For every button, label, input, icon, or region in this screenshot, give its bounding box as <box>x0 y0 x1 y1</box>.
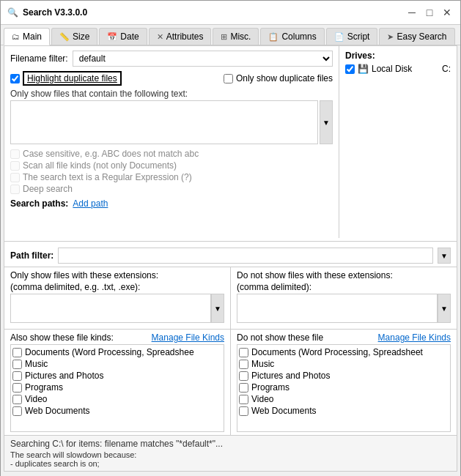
text-search-dropdown[interactable]: ▼ <box>320 100 333 144</box>
include-ext-input[interactable] <box>10 294 211 323</box>
path-filter-dropdown[interactable]: ▼ <box>438 248 451 264</box>
fk-video-left-checkbox[interactable] <box>12 395 22 404</box>
exclude-ext-label-2: (comma delimited): <box>237 282 451 292</box>
do-not-show-label: Do not show these file <box>237 332 323 343</box>
tab-script-icon: 📄 <box>334 32 344 42</box>
drive-c-name: Local Disk <box>372 64 439 74</box>
ext-panels: Only show files with these extensions: (… <box>4 267 457 329</box>
status-bar: Searching C:\ for items: filename matche… <box>4 435 457 471</box>
tab-misc[interactable]: ⊞ Misc. <box>213 28 259 45</box>
tab-misc-icon: ⊞ <box>221 32 227 42</box>
filename-filter-select[interactable]: default <box>73 51 333 67</box>
highlight-checkbox[interactable] <box>10 74 20 83</box>
close-button[interactable]: ✕ <box>440 5 454 20</box>
also-show-header: Also show these file kinds: Manage File … <box>10 332 224 343</box>
path-filter-input[interactable] <box>58 248 433 264</box>
maximize-button[interactable]: □ <box>422 5 437 20</box>
fk-web-right-label: Web Documents <box>251 406 316 416</box>
search-paths-area <box>10 212 333 234</box>
list-item: Web Documents <box>239 405 449 417</box>
fk-video-right-checkbox[interactable] <box>239 395 248 404</box>
slowdown-item: - duplicates search is on; <box>10 459 451 468</box>
fk-music-left-label: Music <box>25 359 48 369</box>
list-item: Video <box>12 393 222 405</box>
exclude-ext-panel: Do not show files with these extensions:… <box>231 267 457 329</box>
include-ext-label-1: Only show files with these extensions: <box>10 270 224 280</box>
only-duplicates-label: Only show duplicate files <box>224 73 333 83</box>
regex-checkbox[interactable] <box>10 173 20 182</box>
tab-size-icon: 📏 <box>59 32 70 42</box>
filename-filter-row: Filename filter: default <box>10 51 333 67</box>
fk-web-left-label: Web Documents <box>25 406 89 416</box>
also-show-list: Documents (Word Processing, Spreadshee M… <box>10 344 224 432</box>
case-sensitive-option: Case sensitive, e.g. ABC does not match … <box>10 149 333 159</box>
fk-docs-right-checkbox[interactable] <box>239 348 248 357</box>
tab-size[interactable]: 📏 Size <box>51 28 97 45</box>
fk-programs-left-checkbox[interactable] <box>12 383 22 393</box>
deep-search-checkbox[interactable] <box>10 185 20 194</box>
include-ext-dropdown[interactable]: ▼ <box>211 294 224 323</box>
exclude-ext-dropdown[interactable]: ▼ <box>438 294 451 323</box>
manage-file-kinds-link-left[interactable]: Manage File Kinds <box>152 332 224 343</box>
tab-columns[interactable]: 📋 Columns <box>260 28 324 45</box>
drive-c-letter: C: <box>442 64 451 74</box>
add-path-link[interactable]: Add path <box>73 198 108 209</box>
tab-easy-search[interactable]: ➤ Easy Search <box>379 28 454 45</box>
drives-panel: Drives: 💾 Local Disk C: <box>339 46 457 238</box>
scan-all-checkbox[interactable] <box>10 161 20 171</box>
title-bar-controls: ─ □ ✕ <box>405 5 454 20</box>
list-item: Documents (Word Processing, Spreadshee <box>12 346 222 358</box>
exclude-ext-input[interactable] <box>237 294 438 323</box>
fk-web-left-checkbox[interactable] <box>12 406 22 416</box>
drive-item-c: 💾 Local Disk C: <box>345 64 451 74</box>
filename-filter-label: Filename filter: <box>10 53 68 64</box>
file-kinds-panels: Also show these file kinds: Manage File … <box>4 329 457 435</box>
fk-video-right-label: Video <box>251 394 273 404</box>
list-item: Documents (Word Processing, Spreadsheet <box>239 346 449 358</box>
list-item: Pictures and Photos <box>239 370 449 382</box>
include-ext-label-2: (comma delimited, e.g. .txt, .exe): <box>10 282 224 292</box>
list-item: Programs <box>12 382 222 393</box>
drives-label: Drives: <box>345 51 451 61</box>
tab-easy-search-icon: ➤ <box>387 32 394 42</box>
fk-music-left-checkbox[interactable] <box>12 360 22 369</box>
tab-attributes-icon: ✕ <box>157 32 163 42</box>
drive-c-checkbox[interactable] <box>345 64 355 74</box>
text-search-input[interactable] <box>10 100 318 144</box>
fk-video-left-label: Video <box>25 394 47 404</box>
main-window: 🔍 Search V3.3.0.0 ─ □ ✕ 🗂 Main 📏 Size 📅 … <box>0 0 461 476</box>
tab-columns-icon: 📋 <box>268 32 279 42</box>
manage-file-kinds-link-right[interactable]: Manage File Kinds <box>378 332 451 343</box>
fk-music-right-checkbox[interactable] <box>239 360 248 369</box>
tab-date[interactable]: 📅 Date <box>99 28 147 45</box>
fk-pictures-left-checkbox[interactable] <box>12 371 22 381</box>
text-search-section: Only show files that contain the followi… <box>10 89 333 144</box>
text-search-label: Only show files that contain the followi… <box>10 89 333 99</box>
tab-date-icon: 📅 <box>107 32 117 42</box>
title-bar-left: 🔍 Search V3.3.0.0 <box>7 7 87 18</box>
tab-main[interactable]: 🗂 Main <box>4 28 50 45</box>
drive-hdd-icon: 💾 <box>358 64 369 74</box>
list-item: Web Documents <box>12 405 222 417</box>
exclude-ext-label-1: Do not show files with these extensions: <box>237 270 451 280</box>
fk-web-right-checkbox[interactable] <box>239 406 248 416</box>
path-filter-label: Path filter: <box>10 250 54 261</box>
minimize-button[interactable]: ─ <box>405 5 419 20</box>
highlight-row: Highlight duplicate files Only show dupl… <box>10 71 333 86</box>
only-duplicates-checkbox[interactable] <box>224 74 233 83</box>
left-panel: Filename filter: default Highlight dupli… <box>4 46 339 238</box>
list-item: Video <box>239 393 449 405</box>
search-paths-label: Search paths: <box>10 198 68 209</box>
list-item: Music <box>12 358 222 370</box>
do-not-show-list: Documents (Word Processing, Spreadsheet … <box>237 344 451 432</box>
window-title: Search V3.3.0.0 <box>23 7 87 18</box>
do-not-show-panel: Do not show these file Manage File Kinds… <box>231 330 457 435</box>
fk-docs-left-checkbox[interactable] <box>12 348 22 357</box>
fk-programs-right-checkbox[interactable] <box>239 383 248 393</box>
search-paths-row: Search paths: Add path <box>10 198 333 209</box>
case-sensitive-checkbox[interactable] <box>10 149 20 159</box>
tab-attributes[interactable]: ✕ Attributes <box>149 28 212 45</box>
fk-pictures-left-label: Pictures and Photos <box>25 371 103 381</box>
tab-script[interactable]: 📄 Script <box>326 28 378 45</box>
fk-pictures-right-checkbox[interactable] <box>239 371 248 381</box>
